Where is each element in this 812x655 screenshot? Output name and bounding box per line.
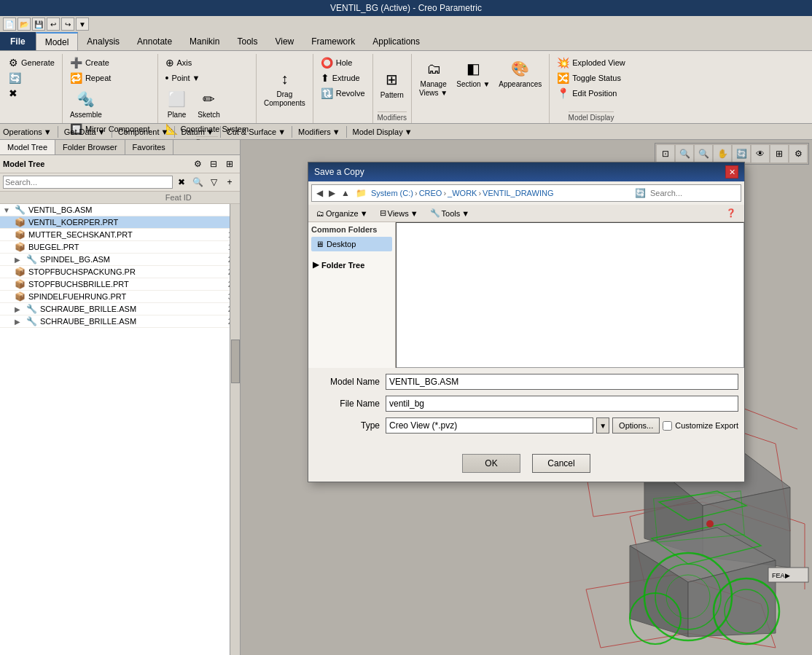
- tree-item-9[interactable]: ▶ 🔧 SCHRAUBE_BRILLE.ASM 28: [0, 315, 240, 328]
- tab-tools[interactable]: Tools: [228, 32, 266, 50]
- addr-search-input[interactable]: [650, 189, 738, 197]
- btn-axis[interactable]: ⊕ Axis: [163, 55, 195, 70]
- tree-btn-collapse[interactable]: ⊟: [206, 157, 221, 171]
- tree-btn-search[interactable]: 🔍: [190, 175, 205, 189]
- options-btn[interactable]: Options...: [612, 417, 660, 434]
- ok-button[interactable]: OK: [462, 454, 520, 473]
- tree-item-8[interactable]: ▶ 🔧 SCHRAUBE_BRILLE.ASM 27: [0, 303, 240, 315]
- btn-drag-components[interactable]: ↕ DragComponents: [261, 66, 308, 109]
- tab-framework[interactable]: Framework: [302, 32, 364, 50]
- tree-btn-filter[interactable]: ▽: [206, 175, 221, 189]
- toggle-label: Toggle Status: [572, 74, 621, 82]
- cmd-get-data[interactable]: Get Data ▼: [64, 128, 106, 136]
- dlg-help-btn[interactable]: ❓: [722, 206, 740, 220]
- folder-tree-arrow: ▶: [313, 260, 319, 270]
- cmd-datum[interactable]: Datum ▼: [181, 128, 214, 136]
- btn-repeat[interactable]: 🔁 Repeat: [67, 71, 114, 85]
- tree-item-root[interactable]: ▼ 🔧 VENTIL_BG.ASM: [0, 204, 240, 216]
- tab-file[interactable]: File: [0, 32, 36, 50]
- cmd-model-display[interactable]: Model Display ▼: [353, 128, 413, 136]
- addr-folder-btn[interactable]: 📁: [354, 188, 368, 198]
- qa-redo-btn[interactable]: ↪: [61, 17, 74, 31]
- btn-pattern[interactable]: ⊞ Pattern: [378, 66, 407, 101]
- addr-crumb-creo[interactable]: CREO: [419, 189, 442, 197]
- ribbon-group-generate: ⚙ Generate 🔄 ✖: [1, 54, 63, 123]
- tab-model[interactable]: Model: [36, 32, 79, 50]
- tree-item-4[interactable]: ▶ 🔧 SPINDEL_BG.ASM 21: [0, 254, 240, 266]
- btn-create[interactable]: ➕ Create: [67, 55, 112, 70]
- cancel-button[interactable]: Cancel: [532, 454, 590, 473]
- btn-hole[interactable]: ⭕ Hole: [318, 55, 356, 70]
- dlg-views-btn[interactable]: ⊟ Views ▼: [376, 206, 422, 220]
- cmd-operations[interactable]: Operations ▼: [3, 128, 52, 136]
- tree-btn-expand[interactable]: ⊞: [222, 157, 237, 171]
- panel-tab-folder-browser[interactable]: Folder Browser: [55, 140, 125, 154]
- dlg-tools-btn[interactable]: 🔧 Tools ▼: [426, 206, 474, 220]
- btn-revolve[interactable]: 🔃 Revolve: [318, 86, 368, 101]
- cmd-cut-surface[interactable]: Cut & Surface ▼: [227, 128, 286, 136]
- tree-btn-delete[interactable]: ✖: [174, 175, 189, 189]
- tree-item-5[interactable]: 📦 STOPFBUCHSPACKUNG.PR 25: [0, 266, 240, 278]
- addr-refresh-btn[interactable]: 🔄: [633, 188, 647, 198]
- tab-manikin[interactable]: Manikin: [181, 32, 228, 50]
- btn-sketch[interactable]: ✏ Sketch: [195, 86, 224, 121]
- btn-regenerate[interactable]: 🔄: [6, 71, 27, 85]
- addr-crumb-work[interactable]: _WORK: [448, 189, 477, 197]
- btn-stop[interactable]: ✖: [6, 86, 20, 101]
- qa-open-btn[interactable]: 📂: [17, 17, 31, 31]
- tab-applications[interactable]: Applications: [364, 32, 429, 50]
- cmd-component[interactable]: Component ▼: [118, 128, 169, 136]
- btn-section[interactable]: ◧ Section ▼: [453, 55, 493, 90]
- tab-view[interactable]: View: [266, 32, 302, 50]
- tree-item-2[interactable]: 📦 MUTTER_SECHSKANT.PRT 12: [0, 229, 240, 241]
- btn-assemble[interactable]: 🔩 Assemble: [67, 86, 105, 121]
- tools-label: Tools: [442, 209, 461, 218]
- panel-tab-model-tree[interactable]: Model Tree: [0, 140, 55, 154]
- btn-edit-position[interactable]: 📍 Edit Position: [554, 86, 620, 101]
- panel-tab-favorites[interactable]: Favorites: [125, 140, 173, 154]
- tab-analysis[interactable]: Analysis: [78, 32, 128, 50]
- btn-plane[interactable]: ⬜ Plane: [163, 86, 192, 121]
- tree-btn-settings[interactable]: ⚙: [190, 157, 205, 171]
- qa-undo-btn[interactable]: ↩: [47, 17, 60, 31]
- cmd-sep-3: [174, 126, 175, 138]
- btn-appearances[interactable]: 🎨 Appearances: [496, 55, 544, 90]
- tab-annotate[interactable]: Annotate: [128, 32, 181, 50]
- tree-search-input[interactable]: [3, 176, 173, 189]
- type-select[interactable]: Creo View (*.pvz) Part (*.prt) Assembly …: [386, 417, 593, 434]
- prt-icon-6: 📦: [15, 279, 26, 289]
- dlg-organize-btn[interactable]: 🗂 Organize ▼: [313, 207, 372, 220]
- tree-item-3[interactable]: 📦 BUEGEL.PRT 19: [0, 241, 240, 254]
- cmd-modifiers[interactable]: Modifiers ▼: [298, 128, 340, 136]
- btn-manage-views[interactable]: 🗂 ManageViews ▼: [416, 55, 450, 99]
- addr-crumb-drawing[interactable]: VENTIL_DRAWING: [483, 189, 553, 197]
- tree-item-7[interactable]: 📦 SPINDELFUEHRUNG.PRT 30: [0, 291, 240, 303]
- addr-forward-btn[interactable]: ▶: [327, 188, 337, 198]
- addr-back-btn[interactable]: ◀: [315, 188, 324, 198]
- type-select-arrow[interactable]: ▼: [596, 417, 609, 434]
- qa-save-btn[interactable]: 💾: [32, 17, 45, 31]
- expand-icon-4: ▶: [15, 256, 23, 264]
- tree-scrollbar[interactable]: [230, 204, 240, 655]
- tree-item-1[interactable]: 📦 VENTIL_KOERPER.PRT 7: [0, 216, 240, 229]
- customize-export-checkbox[interactable]: [663, 421, 672, 431]
- dialog-file-list[interactable]: [396, 222, 744, 368]
- addr-up-btn[interactable]: ▲: [340, 188, 351, 198]
- qa-new-btn[interactable]: 📄: [3, 17, 16, 31]
- sidebar-desktop[interactable]: 🖥 Desktop: [311, 237, 392, 251]
- folder-tree-toggle[interactable]: ▶ Folder Tree: [311, 257, 392, 272]
- btn-point[interactable]: • Point ▼: [163, 71, 203, 85]
- btn-extrude[interactable]: ⬆ Extrude: [318, 71, 363, 85]
- addr-crumb-system[interactable]: System (C:): [371, 189, 413, 197]
- btn-toggle-status[interactable]: 🔀 Toggle Status: [554, 71, 624, 85]
- btn-generate[interactable]: ⚙ Generate: [6, 55, 58, 70]
- btn-exploded-view[interactable]: 💥 Exploded View: [554, 55, 628, 70]
- file-name-input[interactable]: [386, 396, 738, 412]
- tree-item-6[interactable]: 📦 STOPFBUCHSBRILLE.PRT 26: [0, 278, 240, 291]
- qa-more-btn[interactable]: ▼: [76, 17, 89, 31]
- prt-icon-1: 📦: [15, 217, 26, 227]
- model-name-input[interactable]: [386, 374, 738, 390]
- scroll-thumb[interactable]: [231, 340, 240, 383]
- tree-btn-add[interactable]: +: [222, 175, 237, 189]
- dialog-close-btn[interactable]: ✕: [725, 165, 738, 179]
